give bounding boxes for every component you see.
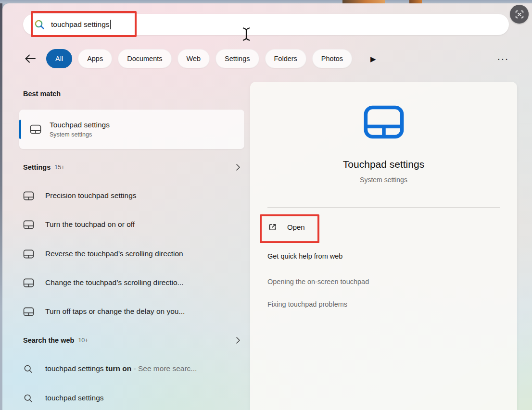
settings-result-row[interactable]: Turn the touchpad on or off bbox=[23, 210, 244, 239]
best-match-result[interactable]: Touchpad settings System settings bbox=[19, 110, 244, 149]
section-title: Settings bbox=[23, 163, 51, 171]
visual-search-button[interactable] bbox=[510, 5, 529, 24]
web-section-header: Search the web 10+ bbox=[23, 336, 241, 344]
detail-title: Touchpad settings bbox=[250, 159, 517, 170]
help-link-onscreen-touchpad[interactable]: Opening the on-screen touchpad bbox=[267, 278, 369, 286]
touchpad-icon bbox=[23, 191, 35, 200]
touchpad-icon bbox=[23, 249, 35, 259]
quick-help-link[interactable]: Get quick help from web bbox=[267, 252, 342, 260]
open-button[interactable]: Open bbox=[267, 218, 305, 236]
divider bbox=[267, 207, 500, 208]
external-link-icon bbox=[267, 222, 278, 232]
selection-accent-bar bbox=[19, 120, 21, 139]
more-options-icon[interactable]: ... bbox=[497, 55, 509, 63]
tabs-overflow-arrow-icon[interactable]: ▶ bbox=[370, 55, 376, 62]
back-button[interactable] bbox=[23, 51, 38, 66]
result-label: Precision touchpad settings bbox=[45, 191, 137, 200]
section-title: Best match bbox=[23, 90, 61, 98]
web-result-row[interactable]: touchpad settings turn on - See more sea… bbox=[23, 354, 244, 383]
settings-section-header: Settings 15+ bbox=[23, 163, 241, 171]
tab-photos[interactable]: Photos bbox=[312, 49, 352, 68]
touchpad-icon-large bbox=[363, 105, 405, 141]
tab-settings[interactable]: Settings bbox=[215, 49, 259, 68]
tab-all[interactable]: All bbox=[46, 49, 72, 68]
result-label: touchpad settings bbox=[45, 394, 104, 402]
settings-result-row[interactable]: Precision touchpad settings bbox=[23, 181, 244, 210]
tab-documents[interactable]: Documents bbox=[118, 49, 171, 68]
tab-web[interactable]: Web bbox=[177, 49, 210, 68]
best-match-header: Best match bbox=[23, 90, 241, 98]
touchpad-icon bbox=[30, 124, 41, 134]
result-label: Turn the touchpad on or off bbox=[45, 220, 135, 229]
tab-apps[interactable]: Apps bbox=[78, 49, 112, 68]
tab-folders[interactable]: Folders bbox=[265, 49, 306, 68]
result-label: Turn off taps or change the delay on you… bbox=[45, 307, 185, 316]
result-label: Reverse the touchpad’s scrolling directi… bbox=[45, 249, 183, 258]
result-subtitle: System settings bbox=[50, 131, 110, 138]
settings-result-row[interactable]: Turn off taps or change the delay on you… bbox=[23, 297, 244, 326]
open-button-label: Open bbox=[287, 223, 305, 231]
search-icon bbox=[23, 364, 35, 374]
search-input[interactable]: touchpad settings bbox=[51, 20, 110, 29]
expand-section-chevron-icon[interactable] bbox=[236, 336, 241, 344]
screen-search-icon bbox=[514, 9, 525, 20]
search-icon bbox=[23, 393, 35, 403]
result-label: Change the touchpad’s scrolling directio… bbox=[45, 278, 184, 287]
search-filter-tabs: All Apps Documents Web Settings Folders … bbox=[23, 49, 509, 69]
ibeam-cursor bbox=[241, 26, 252, 42]
search-bar[interactable]: touchpad settings bbox=[23, 14, 509, 35]
panel-left-edge bbox=[0, 3, 2, 410]
section-count: 15+ bbox=[54, 164, 64, 171]
web-result-row[interactable]: touchpad settings bbox=[23, 384, 244, 410]
result-title: Touchpad settings bbox=[50, 121, 110, 129]
search-icon bbox=[34, 19, 45, 30]
text-caret bbox=[110, 20, 111, 29]
touchpad-icon bbox=[23, 307, 35, 316]
windows-search-flyout: touchpad settings All bbox=[0, 0, 532, 410]
detail-subtitle: System settings bbox=[250, 176, 517, 184]
result-label: touchpad settings turn on - See more sea… bbox=[45, 364, 197, 373]
section-count: 10+ bbox=[78, 337, 88, 344]
expand-section-chevron-icon[interactable] bbox=[236, 163, 241, 171]
touchpad-icon bbox=[23, 220, 35, 229]
settings-result-row[interactable]: Reverse the touchpad’s scrolling directi… bbox=[23, 239, 244, 268]
section-title: Search the web bbox=[23, 336, 74, 344]
help-link-fixing-problems[interactable]: Fixing touchpad problems bbox=[267, 300, 347, 308]
result-detail-panel: Touchpad settings System settings Open G… bbox=[250, 82, 517, 410]
settings-result-row[interactable]: Change the touchpad’s scrolling directio… bbox=[23, 268, 244, 297]
touchpad-icon bbox=[23, 278, 35, 287]
